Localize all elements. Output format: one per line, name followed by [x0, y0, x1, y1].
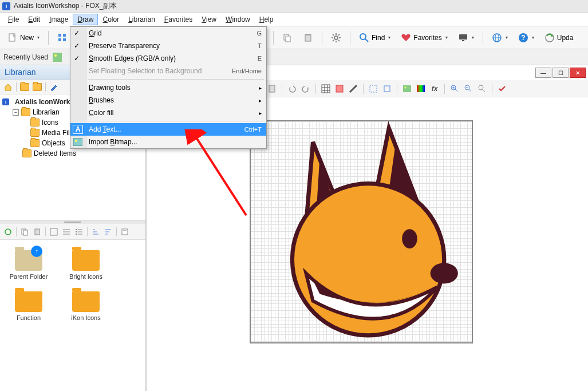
folder-icon — [21, 108, 30, 116]
check-button[interactable] — [496, 82, 508, 95]
submenu-arrow-icon: ▸ — [259, 85, 262, 91]
favorites-button[interactable]: Favorites ▾ — [397, 29, 451, 46]
svg-point-79 — [431, 263, 458, 283]
copy-button[interactable] — [278, 29, 297, 46]
file-browser: ↑Parent FolderBright IconsFunctioniKon I… — [0, 240, 145, 391]
web-button[interactable]: ▾ — [488, 29, 512, 46]
sort-asc-button[interactable] — [90, 226, 101, 238]
menu-item-grid[interactable]: ✓GridG — [70, 27, 266, 40]
close-button[interactable]: ✕ — [570, 68, 586, 78]
image-icon — [73, 137, 83, 147]
submenu-arrow-icon: ▸ — [259, 97, 262, 104]
view-details-button[interactable] — [73, 226, 85, 238]
copy-button[interactable] — [19, 226, 30, 238]
menu-edit[interactable]: Edit — [23, 14, 45, 25]
folder-icon — [70, 287, 102, 312]
menu-item-drawing-tools[interactable]: Drawing tools▸ — [70, 81, 266, 94]
image-button[interactable] — [401, 82, 413, 95]
menu-help[interactable]: Help — [255, 14, 278, 25]
svg-line-15 — [338, 40, 340, 41]
menu-bar: FileEditImageDrawColorLibrarianFavorites… — [0, 13, 588, 26]
menu-item-preserve-transparency[interactable]: ✓Preserve TransparencyT — [70, 40, 266, 52]
window-title: Axialis IconWorkshop - FOX_副本 — [14, 1, 117, 11]
fox-artwork — [251, 121, 472, 342]
tree-expander[interactable]: − — [13, 109, 19, 116]
svg-rect-62 — [336, 85, 343, 92]
paste-button[interactable] — [31, 226, 43, 238]
transparency-button[interactable] — [333, 82, 346, 95]
grid-toggle-button[interactable] — [319, 82, 332, 95]
help-button[interactable]: ?▾ — [514, 29, 538, 46]
menu-file[interactable]: File — [3, 14, 23, 25]
sort-desc-button[interactable] — [102, 226, 114, 238]
clipboard-button[interactable] — [266, 82, 278, 95]
menu-item-add-text[interactable]: AAdd Text...Ctrl+T — [70, 123, 266, 136]
menu-image[interactable]: Image — [45, 14, 73, 25]
view-list-button[interactable] — [61, 226, 72, 238]
menu-item-brushes[interactable]: Brushes▸ — [70, 94, 266, 106]
folder-open-button[interactable] — [19, 81, 30, 93]
menu-item-smooth-edges-rgb-a-only[interactable]: ✓Smooth Edges (RGB/A only)E — [70, 52, 266, 65]
menu-item-import-bitmap[interactable]: Import Bitmap... — [70, 136, 266, 148]
menu-item-set-floating-selection-to-background: Set Floating Selection to BackgroundEnd/… — [70, 65, 266, 77]
zoom-fit-button[interactable] — [476, 82, 488, 95]
smooth-button[interactable] — [347, 82, 360, 95]
maximize-button[interactable]: ☐ — [553, 68, 569, 78]
menu-item-color-fill[interactable]: Color fill▸ — [70, 106, 266, 119]
screen-button[interactable]: ▾ — [454, 29, 478, 46]
svg-rect-80 — [73, 138, 82, 146]
fx-button[interactable]: fx — [428, 82, 441, 95]
toolbar-separator — [273, 31, 274, 45]
file-item[interactable]: Bright Icons — [63, 246, 109, 280]
zoom-out-button[interactable] — [462, 82, 475, 95]
app-icon: I — [2, 98, 9, 105]
select-all-button[interactable] — [367, 82, 380, 95]
pixel-canvas[interactable] — [250, 120, 473, 343]
svg-rect-3 — [58, 38, 61, 41]
undo-button[interactable] — [286, 82, 298, 95]
find-button[interactable]: Find ▾ — [355, 29, 394, 46]
monitor-icon — [458, 33, 468, 43]
menu-item-label: Import Bitmap... — [89, 138, 137, 146]
svg-line-19 — [365, 39, 368, 42]
paste-button[interactable] — [299, 29, 317, 46]
menu-draw[interactable]: Draw — [73, 14, 98, 25]
folder-add-button[interactable] — [31, 81, 43, 93]
zoom-in-button[interactable] — [448, 82, 461, 95]
file-item[interactable]: Function — [6, 287, 52, 321]
menu-view[interactable]: View — [197, 14, 221, 25]
recently-used-label[interactable]: Recently Used — [3, 53, 48, 61]
view-large-button[interactable] — [48, 226, 60, 238]
svg-rect-67 — [417, 85, 425, 92]
svg-point-81 — [75, 140, 77, 142]
gradient-button[interactable] — [415, 82, 427, 95]
menu-window[interactable]: Window — [221, 14, 255, 25]
menu-item-label: Color fill — [89, 109, 113, 117]
menu-item-label: Drawing tools — [89, 84, 131, 92]
file-item[interactable]: ↑Parent Folder — [6, 246, 52, 280]
settings-button[interactable] — [327, 29, 345, 46]
menu-librarian[interactable]: Librarian — [124, 14, 160, 25]
crop-button[interactable] — [381, 82, 393, 95]
tree-label: Objects — [42, 139, 65, 147]
edit-button[interactable] — [48, 81, 60, 93]
folder-icon — [70, 246, 102, 271]
new-button[interactable]: New ▾ — [3, 29, 44, 46]
menu-favorites[interactable]: Favorites — [160, 14, 197, 25]
refresh-button[interactable] — [2, 226, 14, 238]
minimize-button[interactable]: — — [535, 68, 551, 78]
menu-shortcut: Ctrl+T — [244, 126, 262, 133]
svg-rect-2 — [63, 34, 66, 37]
home-button[interactable] — [2, 81, 14, 93]
tree-node[interactable]: Deleted Items — [2, 148, 143, 159]
update-button[interactable]: Upda — [540, 29, 578, 46]
recent-thumb-1[interactable] — [52, 52, 63, 63]
menu-shortcut: E — [258, 55, 262, 62]
redo-button[interactable] — [299, 82, 312, 95]
menu-color[interactable]: Color — [98, 14, 124, 25]
properties-button[interactable] — [119, 226, 131, 238]
dropdown-arrow-icon: ▾ — [506, 35, 508, 40]
file-item[interactable]: iKon Icons — [63, 287, 109, 321]
copy-icon — [282, 33, 293, 43]
toolbar-separator — [483, 31, 483, 45]
